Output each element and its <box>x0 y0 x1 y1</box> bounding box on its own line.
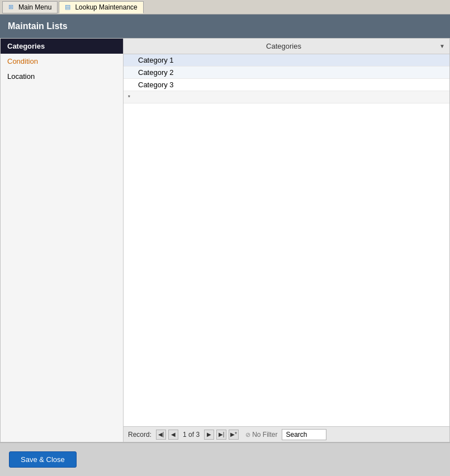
grid-header: Categories ▼ <box>124 39 449 54</box>
tab-lookup-maintenance[interactable]: ▤ Lookup Maintenance <box>59 1 143 13</box>
tab-lookup-maintenance-label: Lookup Maintenance <box>75 3 137 11</box>
nav-next-button[interactable]: ▶ <box>204 430 214 440</box>
title-bar: ⊞ Main Menu ▤ Lookup Maintenance <box>0 0 450 15</box>
tab-main-menu-label: Main Menu <box>18 3 51 11</box>
table-row[interactable]: Category 3 <box>124 79 449 91</box>
nav-last-button[interactable]: ▶| <box>216 430 226 440</box>
nav-prev-button[interactable]: ◀ <box>168 430 178 440</box>
row-cell-new[interactable] <box>135 96 449 98</box>
save-close-button[interactable]: Save & Close <box>9 451 77 468</box>
data-panel: Categories ▼ Category 1 Category 2 Categ… <box>124 39 449 442</box>
page-title: Maintain Lists <box>8 21 68 31</box>
tab-main-menu[interactable]: ⊞ Main Menu <box>2 1 58 13</box>
sidebar-item-location-label: Location <box>7 72 35 81</box>
sidebar-item-categories-label: Categories <box>7 42 45 50</box>
filter-label: No Filter <box>252 431 277 439</box>
bottom-bar: Save & Close <box>0 442 450 476</box>
filter-icon: ⊘ <box>245 431 252 438</box>
save-close-label: Save & Close <box>21 455 65 464</box>
nav-first-button[interactable]: ◀| <box>156 430 166 440</box>
search-input[interactable] <box>282 429 326 440</box>
filter-status: ⊘ No Filter <box>245 431 277 439</box>
navigation-bar: Record: ◀| ◀ 1 of 3 ▶ ▶| ▶* ⊘ No Filter <box>124 426 449 442</box>
table-row[interactable]: Category 2 <box>124 67 449 79</box>
row-indicator-new: * <box>124 94 135 101</box>
row-cell-3[interactable]: Category 3 <box>135 79 449 90</box>
row-cell-2[interactable]: Category 2 <box>135 67 449 78</box>
nav-new-button[interactable]: ▶* <box>229 430 239 440</box>
grid-body: Category 1 Category 2 Category 3 * <box>124 54 449 426</box>
record-label: Record: <box>128 431 151 439</box>
list-icon: ▤ <box>65 3 73 11</box>
sidebar-item-condition[interactable]: Condition <box>1 54 123 69</box>
table-row[interactable]: Category 1 <box>124 54 449 67</box>
sidebar-item-condition-label: Condition <box>7 57 38 65</box>
sidebar: Categories Condition Location <box>1 39 124 442</box>
record-info: 1 of 3 <box>183 431 200 439</box>
sidebar-item-categories[interactable]: Categories <box>1 39 123 54</box>
grid-column-header: Categories <box>128 42 439 50</box>
main-content: Categories Condition Location Categories… <box>0 38 450 442</box>
grid-icon: ⊞ <box>8 3 16 11</box>
sidebar-item-location[interactable]: Location <box>1 69 123 84</box>
row-cell-1[interactable]: Category 1 <box>135 55 449 65</box>
sort-arrow-icon[interactable]: ▼ <box>439 43 445 49</box>
table-row-new[interactable]: * <box>124 91 449 103</box>
header-bar: Maintain Lists <box>0 15 450 38</box>
